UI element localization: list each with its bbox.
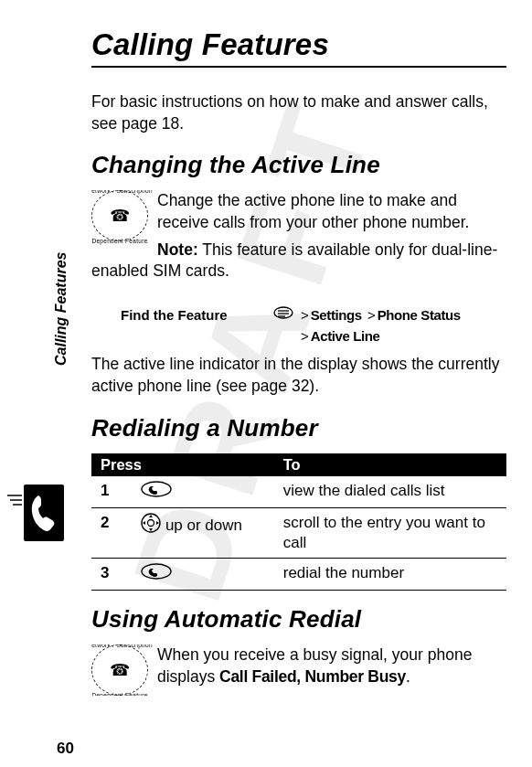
table-row: 3 redial the number xyxy=(91,558,506,590)
press-cell xyxy=(132,558,274,590)
page-content: Calling Features For basic instructions … xyxy=(0,0,532,767)
menu-item-active-line: Active Line xyxy=(311,328,380,344)
table-header-to: To xyxy=(274,453,506,476)
send-key-icon xyxy=(141,481,172,503)
step-number: 2 xyxy=(91,507,132,558)
redial-steps-table: Press To 1 view the dialed calls list xyxy=(91,453,506,591)
network-subscription-stamp-icon: ☎ Network / Subscription Dependent Featu… xyxy=(91,644,148,696)
table-header-press: Press xyxy=(91,453,274,476)
table-row: 2 up or down scroll to the entry you xyxy=(91,507,506,558)
find-the-feature-block: Find the Feature >Settings >Phone Status… xyxy=(91,304,506,347)
chapter-title: Calling Features xyxy=(91,27,506,62)
section-title-changing-active-line: Changing the Active Line xyxy=(91,151,506,179)
section1-para1: Change the active phone line to make and… xyxy=(91,190,506,233)
section1-para2: The active line indicator in the display… xyxy=(91,354,506,397)
send-key-icon xyxy=(141,563,172,585)
menu-key-icon xyxy=(270,304,299,347)
section1-icon-paragraph: ☎ Network / Subscription Dependent Featu… xyxy=(91,190,506,295)
display-message-text: Call Failed, Number Busy xyxy=(219,667,406,686)
find-the-feature-label: Find the Feature xyxy=(91,304,270,347)
menu-item-phone-status: Phone Status xyxy=(378,307,461,323)
network-subscription-stamp-icon: ☎ Network / Subscription Dependent Featu… xyxy=(91,190,148,241)
section3-icon-paragraph: ☎ Network / Subscription Dependent Featu… xyxy=(91,644,506,696)
section1-note: Note: This feature is available only for… xyxy=(91,240,506,282)
step-number: 3 xyxy=(91,558,132,590)
section-title-redialing-a-number: Redialing a Number xyxy=(91,414,506,442)
menu-item-settings: Settings xyxy=(311,307,362,323)
section-title-automatic-redial: Using Automatic Redial xyxy=(91,605,506,634)
note-text: This feature is available only for dual-… xyxy=(91,240,497,281)
svg-point-9 xyxy=(148,519,154,526)
find-the-feature-path: >Settings >Phone Status >Active Line xyxy=(299,304,461,347)
press-cell xyxy=(132,476,274,508)
press-cell: up or down xyxy=(132,507,274,558)
step-number: 1 xyxy=(91,476,132,508)
chapter-title-rule xyxy=(91,66,506,68)
section3-para: When you receive a busy signal, your pho… xyxy=(91,644,506,687)
to-cell: redial the number xyxy=(274,558,506,590)
section3-para-post: . xyxy=(406,667,410,686)
nav-key-icon xyxy=(141,513,161,538)
to-cell: scroll to the entry you want to call xyxy=(274,507,506,558)
to-cell: view the dialed calls list xyxy=(274,476,506,508)
intro-paragraph: For basic instructions on how to make an… xyxy=(91,91,506,134)
table-row: 1 view the dialed calls list xyxy=(91,476,506,508)
note-label: Note: xyxy=(157,240,198,259)
